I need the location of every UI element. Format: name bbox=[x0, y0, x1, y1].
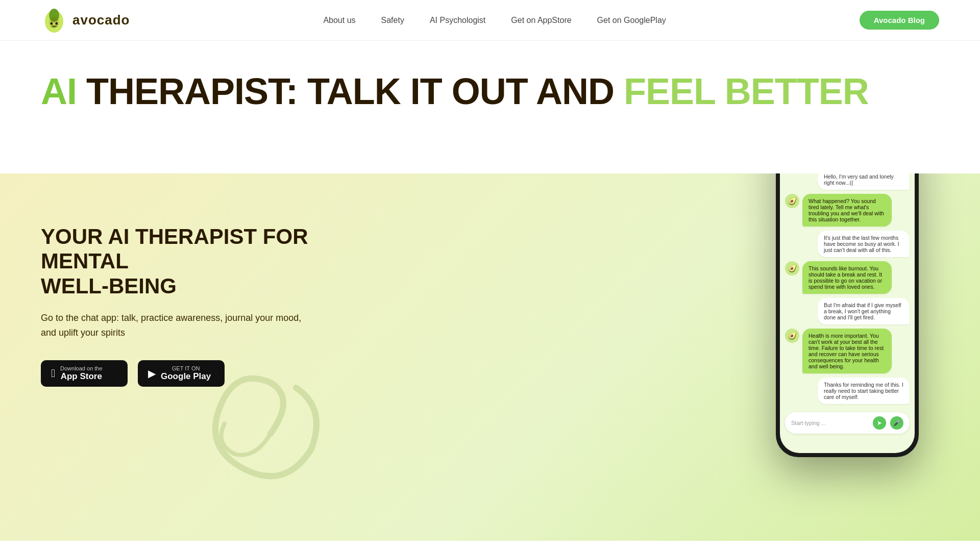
main-heading: YOUR AI THERAPIST FOR MENTAL WELL-BEING bbox=[41, 224, 398, 298]
appstore-button[interactable]:  Download on the App Store bbox=[41, 360, 128, 387]
msg-4-row: 🥑 This sounds like burnout. You should t… bbox=[785, 261, 910, 294]
msg-4: This sounds like burnout. You should tak… bbox=[802, 261, 892, 294]
hero-title: AI THERAPIST: TALK IT OUT AND FEEL BETTE… bbox=[41, 71, 939, 112]
phone-mockup: ← 🥑 Avocado typing ... ✕ Hello, I'm very… bbox=[776, 173, 929, 457]
logo-text: avocado bbox=[72, 12, 130, 28]
googleplay-icon: ▶ bbox=[148, 367, 156, 380]
logo-icon bbox=[41, 7, 67, 34]
phone-mic-button[interactable]: 🎤 bbox=[890, 416, 903, 430]
msg-6: Health is more important. You can't work… bbox=[802, 329, 892, 373]
msg-3: It's just that the last few months have … bbox=[818, 231, 910, 257]
bot-avatar-4: 🥑 bbox=[785, 329, 799, 343]
nav-about[interactable]: About us bbox=[323, 16, 355, 25]
main-subtitle: Go to the chat app: talk, practice aware… bbox=[41, 311, 306, 340]
hero-title-ai: AI bbox=[41, 71, 77, 112]
phone-input-placeholder[interactable]: Start typing ... bbox=[791, 420, 869, 426]
main-section: YOUR AI THERAPIST FOR MENTAL WELL-BEING … bbox=[0, 173, 980, 541]
nav-googleplay[interactable]: Get on GooglePlay bbox=[597, 16, 666, 25]
phone-send-button[interactable]: ➤ bbox=[873, 416, 886, 430]
navbar: avocado About us Safety AI Psychologist … bbox=[0, 0, 980, 41]
hero-section: AI THERAPIST: TALK IT OUT AND FEEL BETTE… bbox=[0, 41, 980, 173]
bot-avatar-3: 🥑 bbox=[785, 261, 799, 276]
svg-rect-6 bbox=[51, 26, 57, 27]
nav-appstore[interactable]: Get on AppStore bbox=[511, 16, 571, 25]
bot-avatar-2: 🥑 bbox=[785, 194, 799, 208]
phone-inner: ← 🥑 Avocado typing ... ✕ Hello, I'm very… bbox=[780, 173, 915, 453]
chat-area: Hello, I'm very sad and lonely right now… bbox=[780, 173, 915, 408]
msg-7: Thanks for reminding me of this. I reall… bbox=[818, 378, 910, 404]
msg-1: Hello, I'm very sad and lonely right now… bbox=[818, 173, 910, 190]
appstore-top-label: Download on the bbox=[60, 365, 103, 371]
blog-button[interactable]: Avocado Blog bbox=[860, 11, 939, 30]
logo[interactable]: avocado bbox=[41, 7, 130, 34]
apple-icon:  bbox=[51, 367, 55, 380]
nav-links: About us Safety AI Psychologist Get on A… bbox=[323, 16, 666, 25]
msg-5: But I'm afraid that if I give myself a b… bbox=[818, 298, 910, 324]
decor-spiral-left bbox=[194, 357, 347, 510]
msg-2-row: 🥑 What happened? You sound tired lately.… bbox=[785, 194, 910, 227]
phone-outer: ← 🥑 Avocado typing ... ✕ Hello, I'm very… bbox=[776, 173, 919, 457]
svg-point-8 bbox=[57, 23, 58, 24]
msg-6-row: 🥑 Health is more important. You can't wo… bbox=[785, 329, 910, 373]
svg-point-7 bbox=[52, 23, 53, 24]
msg-2: What happened? You sound tired lately. T… bbox=[802, 194, 892, 227]
hero-title-middle: THERAPIST: TALK IT OUT AND bbox=[77, 71, 624, 112]
hero-title-end: FEEL BETTER bbox=[624, 71, 869, 112]
nav-ai-psychologist[interactable]: AI Psychologist bbox=[430, 16, 485, 25]
appstore-bottom-label: App Store bbox=[60, 371, 103, 382]
phone-input-bar: Start typing ... ➤ 🎤 bbox=[785, 412, 910, 434]
nav-safety[interactable]: Safety bbox=[381, 16, 404, 25]
